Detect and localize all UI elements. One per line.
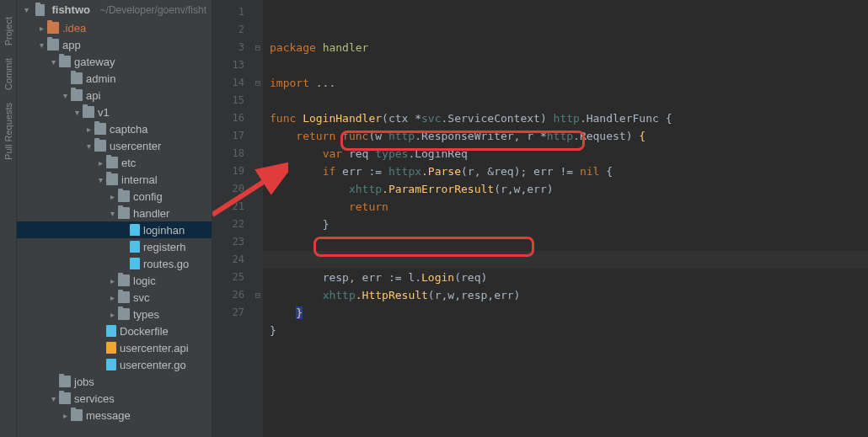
tree-item-config[interactable]: config	[17, 188, 212, 205]
tree-item-message[interactable]: message	[17, 407, 212, 424]
editor-area: 123131415161718192021222324252627 ⊟ ⊟ ⊟ …	[212, 0, 868, 437]
tree-item-Dockerfile[interactable]: Dockerfile	[17, 322, 212, 339]
fold-gutter[interactable]: ⊟ ⊟ ⊟	[253, 0, 263, 437]
tool-window-rail: Project Commit Pull Requests	[0, 0, 17, 437]
tree-item-handler[interactable]: handler	[17, 205, 212, 221]
code-editor[interactable]: package handler import ... func LoginHan…	[263, 0, 868, 437]
tree-item-v1[interactable]: v1	[17, 104, 212, 120]
tree-item-internal[interactable]: internal	[17, 171, 212, 188]
project-root[interactable]: fishtwo ~/Developer/goenv/fisht	[17, 0, 212, 19]
tree-item-etc[interactable]: etc	[17, 154, 212, 171]
rail-project[interactable]: Project	[3, 17, 13, 45]
rail-commit[interactable]: Commit	[3, 58, 13, 90]
project-path: ~/Developer/goenv/fisht	[100, 4, 206, 16]
tree-item-svc[interactable]: svc	[17, 289, 212, 306]
line-gutter: 123131415161718192021222324252627	[212, 0, 253, 437]
tree-item--idea[interactable]: .idea	[17, 19, 212, 36]
tree-item-api[interactable]: api	[17, 87, 212, 104]
tree-item-routes-go[interactable]: routes.go	[17, 255, 212, 272]
tree-item-app[interactable]: app	[17, 36, 212, 53]
tree-item-types[interactable]: types	[17, 306, 212, 322]
tree-item-usercenter[interactable]: usercenter	[17, 137, 212, 154]
project-tree[interactable]: .ideaappgatewayadminapiv1captchausercent…	[17, 19, 212, 424]
tree-item-registerh[interactable]: registerh	[17, 238, 212, 255]
folder-icon	[35, 4, 46, 16]
tree-item-loginhan[interactable]: loginhan	[17, 221, 212, 238]
tree-item-logic[interactable]: logic	[17, 272, 212, 289]
tree-item-captcha[interactable]: captcha	[17, 120, 212, 137]
chevron-down-icon[interactable]	[22, 5, 32, 14]
rail-pullreq[interactable]: Pull Requests	[3, 103, 13, 160]
tree-item-usercenter-go[interactable]: usercenter.go	[17, 356, 212, 373]
tree-item-services[interactable]: services	[17, 390, 212, 407]
tree-item-usercenter-api[interactable]: usercenter.api	[17, 339, 212, 356]
project-sidebar: fishtwo ~/Developer/goenv/fisht .ideaapp…	[17, 0, 212, 437]
project-name: fishtwo	[51, 3, 90, 16]
tree-item-jobs[interactable]: jobs	[17, 373, 212, 390]
tree-item-admin[interactable]: admin	[17, 70, 212, 87]
tree-item-gateway[interactable]: gateway	[17, 53, 212, 70]
